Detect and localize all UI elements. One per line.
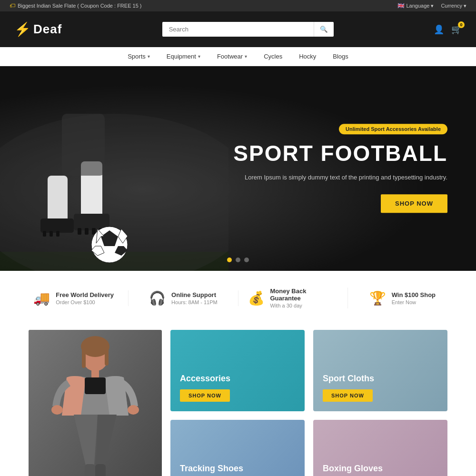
- delivery-icon: 🚚: [33, 290, 50, 306]
- svg-rect-25: [105, 344, 109, 366]
- hero-carousel-dots: [227, 258, 249, 262]
- promo-text: Biggest Indian Sale Flate ( Coupon Code …: [18, 3, 141, 9]
- logo-text: Deaf: [33, 22, 62, 37]
- svg-rect-19: [62, 114, 105, 176]
- svg-point-29: [128, 405, 139, 415]
- hero-section: Unlimited Sport Accessories Available SP…: [0, 66, 476, 271]
- svg-rect-30: [85, 464, 95, 476]
- search-input[interactable]: [162, 22, 314, 37]
- svg-rect-4: [78, 228, 81, 235]
- sport-cloths-shop-button[interactable]: SHOP NOW: [323, 389, 373, 402]
- feature-support-text: Online Support Hours: 8AM - 11PM: [171, 291, 218, 305]
- hero-badge: Unlimited Sport Accessories Available: [339, 124, 447, 134]
- hero-title: SPORT FOOTBALL: [233, 141, 447, 166]
- nav-item-sports[interactable]: Sports ▾: [128, 53, 150, 60]
- feature-money-back-text: Money Back Guarantee With a 30 day: [270, 288, 338, 308]
- chevron-down-icon: ▾: [198, 54, 200, 59]
- top-bar: 🏷 Biggest Indian Sale Flate ( Coupon Cod…: [0, 0, 476, 11]
- tag-icon: 🏷: [10, 2, 15, 9]
- boxing-gloves-title: Boxing Gloves: [323, 464, 438, 474]
- search-bar: 🔍: [162, 22, 334, 37]
- logo-icon: ⚡: [14, 21, 31, 37]
- nav-item-equipment[interactable]: Equipment ▾: [167, 53, 200, 60]
- svg-rect-27: [85, 377, 106, 394]
- woman-athlete-image: [29, 330, 162, 476]
- category-sport-cloths: Sport Cloths SHOP NOW: [313, 330, 447, 411]
- feature-delivery: 🚚 Free World Delivery Order Over $100: [19, 290, 129, 306]
- carousel-dot-1[interactable]: [227, 258, 232, 262]
- header-icons: 👤 🛒 0: [434, 24, 462, 35]
- header: ⚡ Deaf 🔍 👤 🛒 0: [0, 11, 476, 47]
- search-icon: 🔍: [320, 26, 328, 33]
- categories-section: Accessories SHOP NOW Sport Cloths SHOP N…: [0, 325, 476, 476]
- nav-item-blogs[interactable]: Blogs: [333, 53, 348, 60]
- support-icon: 🎧: [149, 290, 166, 306]
- cart-icon[interactable]: 🛒 0: [451, 24, 462, 35]
- nav-item-footwear[interactable]: Footwear ▾: [217, 53, 247, 60]
- logo[interactable]: ⚡ Deaf: [14, 21, 62, 37]
- svg-rect-5: [85, 228, 89, 235]
- svg-rect-31: [95, 464, 106, 476]
- promo-area: 🏷 Biggest Indian Sale Flate ( Coupon Cod…: [10, 2, 141, 9]
- category-grid: Accessories SHOP NOW Sport Cloths SHOP N…: [170, 330, 447, 476]
- tracking-shoes-title: Tracking Shoes: [180, 464, 295, 474]
- category-boxing-gloves: Boxing Gloves SHOP NOW: [313, 420, 447, 476]
- carousel-dot-2[interactable]: [236, 258, 240, 262]
- chevron-down-icon: ▾: [245, 54, 247, 59]
- currency-selector[interactable]: Currency ▾: [441, 3, 466, 9]
- sport-cloths-title: Sport Cloths: [323, 374, 438, 384]
- user-icon[interactable]: 👤: [434, 24, 444, 35]
- hero-content: Unlimited Sport Accessories Available SP…: [233, 124, 447, 213]
- nav-item-cycles[interactable]: Cycles: [264, 53, 282, 60]
- carousel-dot-3[interactable]: [244, 258, 249, 262]
- nav-item-hocky[interactable]: Hocky: [299, 53, 316, 60]
- category-main-image: [29, 330, 162, 476]
- chevron-down-icon: ▾: [148, 54, 150, 59]
- lang-dropdown-icon: ▾: [431, 3, 434, 9]
- features-strip: 🚚 Free World Delivery Order Over $100 🎧 …: [0, 271, 476, 325]
- search-button[interactable]: 🔍: [314, 22, 334, 37]
- feature-support: 🎧 Online Support Hours: 8AM - 11PM: [129, 290, 238, 306]
- flag-icon: 🇬🇧: [397, 2, 405, 9]
- currency-dropdown-icon: ▾: [464, 3, 466, 9]
- feature-delivery-text: Free World Delivery Order Over $100: [56, 291, 114, 305]
- svg-rect-11: [50, 231, 53, 237]
- svg-rect-8: [48, 176, 68, 223]
- category-tracking-shoes: Tracking Shoes SHOP NOW: [170, 420, 305, 476]
- category-accessories: Accessories SHOP NOW: [170, 330, 305, 411]
- navigation: Sports ▾ Equipment ▾ Footwear ▾ Cycles H…: [0, 47, 476, 66]
- language-selector[interactable]: 🇬🇧 Language ▾: [397, 2, 434, 9]
- svg-point-28: [51, 405, 63, 415]
- svg-rect-9: [40, 218, 74, 233]
- hero-player-image: [0, 66, 228, 271]
- hero-description: Lorem Ipsum is simply dummy text of the …: [233, 173, 447, 183]
- hero-shop-now-button[interactable]: SHOP NOW: [381, 195, 447, 213]
- svg-rect-24: [82, 344, 86, 368]
- accessories-shop-button[interactable]: SHOP NOW: [180, 389, 230, 402]
- money-back-icon: 💰: [248, 290, 265, 306]
- accessories-title: Accessories: [180, 374, 295, 384]
- svg-rect-26: [91, 369, 99, 378]
- feature-win-text: Win $100 Shop Enter Now: [392, 291, 436, 305]
- svg-rect-10: [43, 231, 46, 237]
- feature-money-back: 💰 Money Back Guarantee With a 30 day: [238, 288, 348, 308]
- feature-win-shop: 🏆 Win $100 Shop Enter Now: [348, 290, 457, 306]
- top-bar-right: 🇬🇧 Language ▾ Currency ▾: [397, 2, 466, 9]
- svg-rect-12: [56, 231, 60, 237]
- cart-badge: 0: [458, 21, 465, 28]
- trophy-icon: 🏆: [369, 290, 386, 306]
